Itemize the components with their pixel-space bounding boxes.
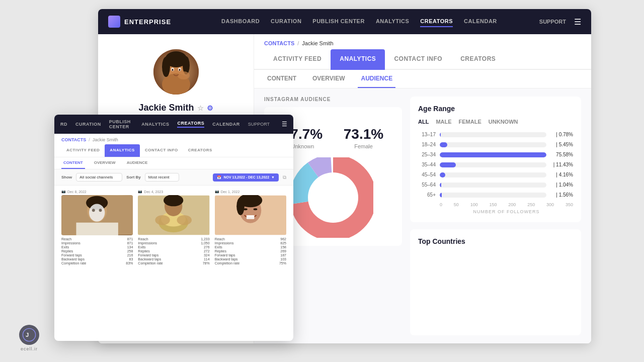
age-filter-all[interactable]: ALL: [418, 119, 429, 125]
svg-point-29: [155, 215, 170, 225]
sec-nav-calendar[interactable]: CALENDAR: [212, 122, 240, 127]
post-card-1: 📷 Dec 8, 2022 Reach871: [61, 190, 133, 265]
watermark-icon: J: [19, 325, 39, 345]
sec-subtab-overview[interactable]: OVERVIEW: [92, 157, 118, 169]
age-bar-25-34: [440, 152, 546, 157]
top-countries-card: Top Countries: [410, 229, 581, 335]
copy-icon[interactable]: ⧉: [283, 174, 286, 180]
post-stat: Forward taps187: [215, 253, 286, 257]
sec-bc-contacts[interactable]: CONTACTS: [61, 137, 86, 142]
svg-point-4: [162, 57, 170, 77]
age-filter-tabs: ALL MALE FEMALE UNKNOWN: [418, 119, 573, 125]
logo-icon: [108, 16, 120, 28]
ig-icon-2: 📷: [138, 190, 142, 194]
svg-point-40: [23, 328, 35, 341]
post-card-2: 📷 Dec 4, 2023 R: [138, 190, 209, 265]
sec-nav-analytics[interactable]: ANALYTICS: [141, 122, 169, 127]
female-label: Female: [344, 143, 383, 149]
age-row-55-64: 55–64 | 1.04%: [418, 182, 573, 188]
analytics-section: CONTACTS / Jackie Smith ACTIVITY FEED AN…: [254, 34, 591, 343]
sec-nav-curation[interactable]: CURATION: [75, 122, 101, 127]
svg-point-10: [178, 71, 190, 79]
nav-right: SUPPORT ☰: [539, 17, 581, 27]
ig-icon-1: 📷: [61, 190, 66, 194]
nav-publish[interactable]: PUBLISH CENTER: [312, 16, 365, 27]
svg-text:J: J: [26, 332, 29, 338]
post-image-3[interactable]: [215, 195, 286, 235]
breadcrumb: CONTACTS / Jackie Smith: [254, 34, 591, 49]
age-axis: 0 50 100 150 200 250 300 350: [418, 202, 573, 207]
post-stat: Impressions825: [215, 241, 286, 245]
tab-activity-feed[interactable]: ACTIVITY FEED: [264, 49, 331, 70]
age-bar-18-24: [440, 142, 447, 147]
breadcrumb-contacts[interactable]: CONTACTS: [264, 40, 294, 46]
post-grid: 📷 Dec 8, 2022 Reach871: [61, 190, 286, 265]
post-stat: Impressions1,050: [138, 241, 209, 245]
nav-dashboard[interactable]: DASHBOARD: [221, 16, 260, 27]
social-channels-select[interactable]: All social channels: [76, 173, 122, 182]
post-stat: Completion rate75%: [215, 261, 286, 265]
breadcrumb-separator: /: [297, 40, 299, 46]
sec-nav-creators[interactable]: CREATORS: [177, 121, 204, 128]
sec-subtab-audience[interactable]: AUDIENCE: [125, 157, 150, 169]
age-row-13-17: 13–17 | 0.78%: [418, 132, 573, 137]
show-label: Show: [61, 175, 72, 179]
analytics-content: INSTAGRAM AUDIENCE Gender 17.7% Unknown …: [254, 88, 591, 343]
date-range-button[interactable]: 📅 NOV 13,2022 - DEC 13,2022 ▼: [213, 173, 279, 182]
sec-nav-publish[interactable]: PUBLISH CENTER: [109, 119, 133, 129]
post-stat: Replies269: [215, 249, 286, 253]
post-stat: Backward taps103: [215, 257, 286, 261]
sec-nav-menu-icon[interactable]: ☰: [282, 121, 287, 128]
instagram-audience-label: INSTAGRAM AUDIENCE: [264, 97, 402, 102]
subtab-content[interactable]: CONTENT: [264, 70, 299, 88]
sec-tab-activity[interactable]: ACTIVITY FEED: [61, 144, 105, 157]
sec-nav-rd[interactable]: RD: [60, 122, 67, 127]
nav-support[interactable]: SUPPORT: [539, 19, 566, 25]
sec-nav: RD CURATION PUBLISH CENTER ANALYTICS CRE…: [54, 115, 293, 134]
post-stat: Forward taps324: [138, 253, 209, 257]
post-stat: Reach962: [215, 237, 286, 241]
nav-menu-icon[interactable]: ☰: [574, 17, 581, 27]
sec-tab-analytics[interactable]: ANALYTICS: [105, 144, 140, 157]
breadcrumb-current: Jackie Smith: [302, 40, 333, 46]
nav-links: DASHBOARD CURATION PUBLISH CENTER ANALYT…: [191, 16, 527, 27]
post-image-1[interactable]: [61, 195, 133, 235]
nav-calendar[interactable]: CALENDAR: [464, 16, 497, 27]
age-range-title: Age Range: [418, 105, 573, 113]
nav-analytics[interactable]: ANALYTICS: [376, 16, 409, 27]
age-row-18-24: 18–24 | 5.45%: [418, 142, 573, 147]
nav-curation[interactable]: CURATION: [271, 16, 301, 27]
svg-point-39: [253, 208, 257, 210]
svg-rect-20: [76, 223, 118, 235]
logo-text: ENTERPRISE: [124, 18, 171, 26]
sec-content: 📷 Dec 8, 2022 Reach871: [54, 186, 293, 321]
avatar-wrap: [110, 49, 242, 95]
post-image-2[interactable]: [138, 195, 209, 235]
subtab-overview[interactable]: OVERVIEW: [309, 70, 348, 88]
sort-select[interactable]: Most recent: [145, 173, 179, 182]
age-filter-male[interactable]: MALE: [436, 119, 451, 125]
age-filter-female[interactable]: FEMALE: [459, 119, 481, 125]
post-stat: Backward taps83: [61, 257, 133, 261]
post-stat: Replies272: [138, 249, 209, 253]
sec-tab-creators[interactable]: CREATORS: [183, 144, 217, 157]
post-date-3: 📷 Dec 1, 2022: [215, 190, 286, 194]
age-range-card: Age Range ALL MALE FEMALE UNKNOWN 13–17 …: [410, 97, 581, 222]
sort-label: Sort By: [126, 175, 140, 179]
sec-tab-contact[interactable]: CONTACT INFO: [140, 144, 183, 157]
age-bar-13-17: [440, 132, 441, 137]
age-filter-unknown[interactable]: UNKNOWN: [489, 119, 518, 125]
tab-contact-info[interactable]: CONTACT INFO: [385, 49, 451, 70]
profile-name: Jackie Smith ☆ ⚙: [110, 103, 242, 113]
tab-analytics[interactable]: ANALYTICS: [331, 49, 385, 70]
subtab-audience[interactable]: AUDIENCE: [358, 70, 395, 88]
sec-subtab-content[interactable]: CONTENT: [61, 157, 85, 169]
sec-sub-tabs: CONTENT OVERVIEW AUDIENCE: [54, 157, 293, 169]
app-logo: ENTERPRISE: [108, 16, 171, 28]
tab-creators[interactable]: CREATORS: [451, 49, 505, 70]
nav-creators[interactable]: CREATORS: [420, 16, 453, 27]
sec-nav-support[interactable]: SUPPORT: [248, 122, 270, 127]
post-stat: Reach1,233: [138, 237, 209, 241]
star-icon: ☆: [197, 104, 204, 112]
post-stat: Exits158: [215, 245, 286, 249]
